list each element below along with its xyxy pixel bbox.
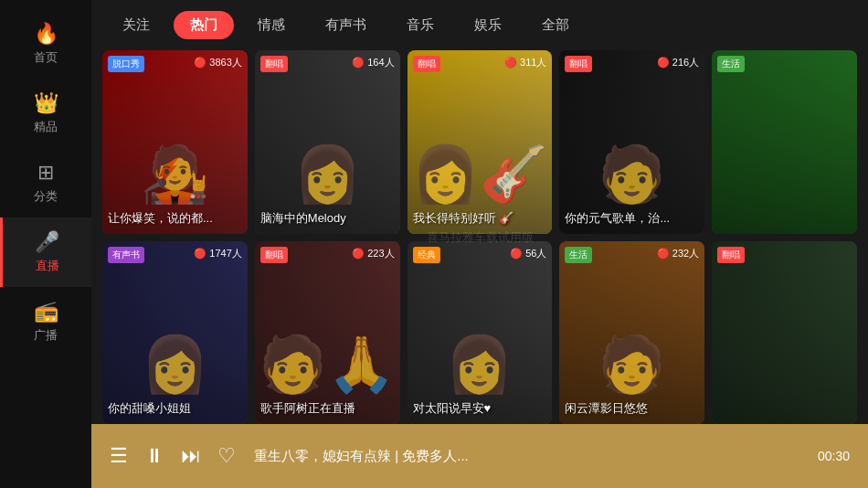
card-overlay (712, 241, 857, 425)
card-count: 🔴 223人 (352, 247, 394, 260)
sidebar-item-label: 广播 (34, 327, 58, 344)
card-count: 🔴 164人 (352, 56, 394, 69)
tab-audiobook[interactable]: 有声书 (309, 11, 383, 39)
card-1[interactable]: 🧑‍🎤脱口秀🔴 3863人让你爆笑，说的都... (102, 50, 248, 234)
radio-icon: 📻 (34, 300, 58, 324)
sidebar-item-label: 直播 (36, 258, 59, 274)
sidebar-item-home[interactable]: 🔥 首页 (0, 9, 91, 79)
card-tag: 翻唱 (413, 56, 440, 72)
card-count: 🔴 1747人 (194, 247, 242, 260)
card-count: 🔴 311人 (504, 56, 546, 69)
card-tag: 生活 (717, 56, 745, 72)
card-person: 🧑 (598, 142, 666, 207)
card-title: 歌手阿树正在直播 (260, 401, 395, 417)
card-tag: 翻唱 (260, 247, 288, 263)
player-controls: ☰ ⏸ ⏭ ♡ (110, 444, 236, 468)
card-tag: 翻唱 (565, 56, 592, 72)
category-icon: ⊞ (37, 161, 54, 185)
card-person: 👩‍🎸 (411, 142, 548, 207)
grid-area: 喜马拉雅车载试用版 🧑‍🎤脱口秀🔴 3863人让你爆笑，说的都...👩翻唱🔴 1… (91, 50, 868, 424)
favorite-button[interactable]: ♡ (217, 444, 236, 468)
home-icon: 🔥 (34, 22, 58, 46)
card-tag: 翻唱 (260, 56, 288, 72)
card-title: 你的元气歌单，治... (565, 211, 699, 227)
tab-all[interactable]: 全部 (525, 11, 586, 39)
card-person: 👩 (293, 142, 362, 207)
card-person: 👩 (141, 332, 209, 397)
card-5[interactable]: 生活 (712, 50, 857, 234)
card-4[interactable]: 🧑翻唱🔴 216人你的元气歌单，治... (559, 50, 704, 234)
card-count: 🔴 56人 (510, 247, 546, 260)
card-title: 我长得特别好听 🎸 (413, 211, 547, 227)
next-button[interactable]: ⏭ (181, 444, 201, 468)
pause-button[interactable]: ⏸ (144, 444, 164, 468)
card-tag: 翻唱 (717, 247, 745, 263)
sidebar-item-premium[interactable]: 👑 精品 (0, 79, 91, 148)
card-person: 🧑 (598, 332, 666, 397)
card-person: 👩 (445, 332, 513, 397)
player-bar: ☰ ⏸ ⏭ ♡ 重生八零，媳妇有点辣 | 免费多人... 00:30 (91, 424, 868, 488)
card-tag: 脱口秀 (108, 56, 144, 72)
card-7[interactable]: 🧑‍🙏翻唱🔴 223人歌手阿树正在直播 (255, 241, 400, 425)
sidebar-item-label: 首页 (34, 49, 58, 66)
card-6[interactable]: 👩有声书🔴 1747人你的甜嗓小姐姐 (102, 241, 248, 425)
card-title: 闲云潭影日悠悠 (565, 401, 699, 417)
card-person: 🧑‍🎤 (141, 142, 209, 207)
card-3[interactable]: 👩‍🎸翻唱🔴 311人我长得特别好听 🎸 (408, 50, 553, 234)
sidebar-item-live[interactable]: 🎤 直播 (0, 217, 91, 287)
card-grid: 🧑‍🎤脱口秀🔴 3863人让你爆笑，说的都...👩翻唱🔴 164人脑海中的Mel… (102, 50, 857, 424)
card-title: 让你爆笑，说的都... (108, 211, 242, 227)
player-time: 00:30 (818, 449, 850, 463)
card-count: 🔴 232人 (657, 247, 699, 260)
sidebar-item-label: 精品 (34, 119, 58, 135)
card-10[interactable]: 翻唱 (712, 241, 857, 425)
tab-emotion[interactable]: 情感 (241, 11, 302, 39)
card-person: 🧑‍🙏 (259, 332, 396, 397)
card-9[interactable]: 🧑生活🔴 232人闲云潭影日悠悠 (559, 241, 704, 425)
tab-hot[interactable]: 热门 (174, 11, 234, 39)
sidebar-item-category[interactable]: ⊞ 分类 (0, 148, 91, 217)
card-2[interactable]: 👩翻唱🔴 164人脑海中的Melody (255, 50, 400, 234)
live-icon: 🎤 (35, 230, 59, 254)
card-overlay (712, 50, 857, 234)
playlist-button[interactable]: ☰ (110, 444, 128, 468)
card-title: 对太阳说早安♥ (413, 401, 547, 417)
card-tag: 有声书 (108, 247, 144, 263)
card-title: 脑海中的Melody (260, 211, 395, 227)
card-tag: 经典 (413, 247, 440, 263)
sidebar: 🔥 首页 👑 精品 ⊞ 分类 🎤 直播 📻 广播 (0, 0, 91, 488)
tab-entertainment[interactable]: 娱乐 (458, 11, 518, 39)
card-count: 🔴 3863人 (194, 56, 242, 69)
premium-icon: 👑 (34, 91, 58, 115)
card-8[interactable]: 👩经典🔴 56人对太阳说早安♥ (408, 241, 553, 425)
tab-music[interactable]: 音乐 (390, 11, 450, 39)
tab-bar: 关注热门情感有声书音乐娱乐全部 (91, 0, 868, 50)
player-title: 重生八零，媳妇有点辣 | 免费多人... (254, 448, 799, 465)
card-tag: 生活 (565, 247, 592, 263)
sidebar-item-radio[interactable]: 📻 广播 (0, 287, 91, 356)
card-title: 你的甜嗓小姐姐 (108, 401, 242, 417)
card-count: 🔴 216人 (657, 56, 699, 69)
tab-follow[interactable]: 关注 (106, 11, 166, 39)
sidebar-item-label: 分类 (34, 188, 58, 205)
main-content: 关注热门情感有声书音乐娱乐全部 喜马拉雅车载试用版 🧑‍🎤脱口秀🔴 3863人让… (91, 0, 868, 488)
